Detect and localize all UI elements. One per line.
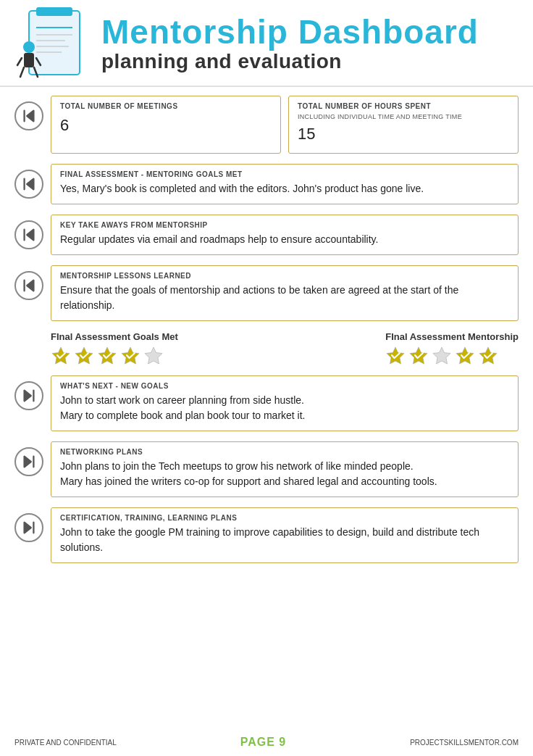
key-takeaways-value: Regular updates via email and roadmaps h…	[60, 232, 509, 247]
svg-marker-31	[25, 391, 31, 402]
svg-marker-17	[27, 230, 33, 241]
lessons-learned-rewind-button[interactable]	[14, 271, 43, 300]
svg-marker-24	[122, 347, 139, 364]
hours-sublabel: INCLUDING INDIVIDUAL TIME AND MEETING TI…	[298, 113, 509, 120]
final-assessment-label: FINAL ASSESSMENT - MENTORING GOALS MET	[60, 170, 509, 178]
star-1[interactable]	[51, 345, 71, 365]
svg-rect-8	[24, 53, 34, 67]
lessons-learned-value: Ensure that the goals of mentorship and …	[60, 283, 509, 313]
final-assessment-value: Yes, Mary's book is completed and with t…	[60, 181, 509, 196]
networking-label: NETWORKING PLANS	[60, 448, 509, 456]
lessons-learned-label: MENTORSHIP LESSONS LEARNED	[60, 272, 509, 280]
hours-label: TOTAL NUMBER OF HOURS SPENT	[298, 102, 509, 110]
lessons-learned-box: MENTORSHIP LESSONS LEARNED Ensure that t…	[51, 265, 519, 321]
whats-next-box: WHAT'S NEXT - NEW GOALS John to start wo…	[51, 375, 519, 431]
svg-point-7	[23, 41, 35, 53]
svg-marker-35	[25, 523, 31, 533]
main-content: TOTAL NUMBER OF MEETINGS 6 TOTAL NUMBER …	[0, 87, 533, 610]
page-title: Mentorship Dashboard	[101, 14, 479, 51]
key-takeaways-label: KEY TAKE AWAYS FROM MENTORSHIP	[60, 221, 509, 229]
networking-box: NETWORKING PLANS John plans to join the …	[51, 441, 519, 497]
star-3[interactable]	[97, 345, 117, 365]
networking-value: John plans to join the Tech meetups to g…	[60, 459, 509, 489]
svg-marker-26	[387, 347, 404, 364]
svg-marker-27	[410, 347, 427, 364]
svg-marker-22	[75, 347, 93, 364]
svg-marker-21	[52, 347, 70, 364]
certification-box: CERTIFICATION, TRAINING, LEARNING PLANS …	[51, 507, 519, 563]
mentor-star-3[interactable]	[432, 345, 452, 365]
svg-rect-1	[36, 7, 72, 16]
svg-marker-30	[479, 347, 497, 364]
page-header: Mentorship Dashboard planning and evalua…	[0, 0, 533, 87]
certification-row: CERTIFICATION, TRAINING, LEARNING PLANS …	[14, 507, 519, 563]
key-takeaways-box: KEY TAKE AWAYS FROM MENTORSHIP Regular u…	[51, 215, 519, 255]
svg-line-9	[17, 58, 22, 65]
lessons-learned-row: MENTORSHIP LESSONS LEARNED Ensure that t…	[14, 265, 519, 321]
star-2[interactable]	[74, 345, 94, 365]
meetings-value: 6	[60, 113, 272, 137]
metrics-boxes: TOTAL NUMBER OF MEETINGS 6 TOTAL NUMBER …	[51, 96, 519, 154]
svg-marker-28	[433, 347, 450, 364]
svg-marker-15	[27, 179, 33, 190]
goals-stars-label: FInal Assessment Goals Met	[51, 331, 178, 342]
final-assessment-box: FINAL ASSESSMENT - MENTORING GOALS MET Y…	[51, 164, 519, 204]
header-illustration	[14, 7, 94, 80]
svg-marker-33	[25, 457, 31, 468]
svg-marker-13	[27, 111, 33, 122]
footer-right: PROJECTSKILLSMENTOR.COM	[410, 739, 519, 747]
metrics-row: TOTAL NUMBER OF MEETINGS 6 TOTAL NUMBER …	[14, 96, 519, 154]
whats-next-forward-button[interactable]	[14, 381, 43, 410]
mentorship-stars-label: FInal Assessment Mentorship	[385, 331, 519, 342]
certification-value: John to take the google PM training to i…	[60, 525, 509, 555]
footer-center: PAGE 9	[240, 736, 287, 749]
header-text-group: Mentorship Dashboard planning and evalua…	[101, 14, 479, 74]
page-subtitle: planning and evaluation	[101, 50, 479, 73]
mentor-star-1[interactable]	[385, 345, 406, 365]
meetings-label: TOTAL NUMBER OF MEETINGS	[60, 102, 272, 110]
svg-rect-0	[29, 11, 80, 75]
key-takeaways-row: KEY TAKE AWAYS FROM MENTORSHIP Regular u…	[14, 215, 519, 255]
svg-line-11	[20, 67, 24, 77]
page-footer: PRIVATE AND CONFIDENTIAL PAGE 9 PROJECTS…	[0, 736, 533, 749]
svg-marker-23	[98, 347, 116, 364]
hours-box: TOTAL NUMBER OF HOURS SPENT INCLUDING IN…	[288, 96, 519, 154]
goals-stars-row	[51, 345, 164, 365]
svg-marker-29	[456, 347, 474, 364]
mentor-star-2[interactable]	[408, 345, 429, 365]
whats-next-row: WHAT'S NEXT - NEW GOALS John to start wo…	[14, 375, 519, 431]
mentor-star-4[interactable]	[455, 345, 475, 365]
svg-marker-19	[27, 281, 33, 291]
certification-forward-button[interactable]	[14, 513, 43, 542]
hours-value: 15	[298, 122, 509, 146]
final-assessment-row: FINAL ASSESSMENT - MENTORING GOALS MET Y…	[14, 164, 519, 204]
mentorship-stars-row	[385, 345, 498, 365]
networking-forward-button[interactable]	[14, 447, 43, 476]
goals-stars-group: FInal Assessment Goals Met	[51, 331, 178, 365]
whats-next-value: John to start work on career planning fr…	[60, 393, 509, 423]
whats-next-label: WHAT'S NEXT - NEW GOALS	[60, 382, 509, 390]
stars-section: FInal Assessment Goals Met	[51, 331, 519, 365]
meetings-box: TOTAL NUMBER OF MEETINGS 6	[51, 96, 281, 154]
networking-row: NETWORKING PLANS John plans to join the …	[14, 441, 519, 497]
star-5[interactable]	[143, 345, 164, 365]
svg-marker-25	[145, 347, 162, 364]
mentor-star-5[interactable]	[478, 345, 498, 365]
key-takeaways-rewind-button[interactable]	[14, 220, 43, 249]
final-assessment-rewind-button[interactable]	[14, 170, 43, 199]
certification-label: CERTIFICATION, TRAINING, LEARNING PLANS	[60, 514, 509, 522]
star-4[interactable]	[120, 345, 140, 365]
footer-left: PRIVATE AND CONFIDENTIAL	[14, 739, 117, 747]
metrics-rewind-button[interactable]	[14, 101, 43, 130]
mentorship-stars-group: FInal Assessment Mentorship	[385, 331, 519, 365]
